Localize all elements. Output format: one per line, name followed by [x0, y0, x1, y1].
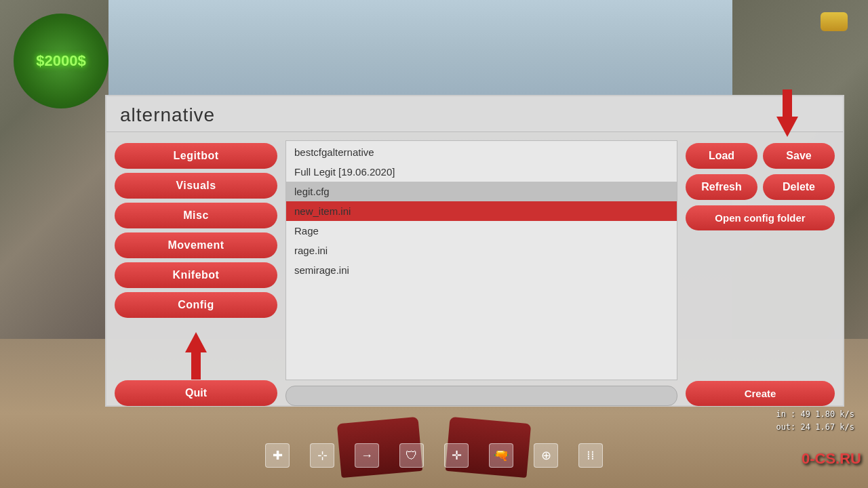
config-item-semirage[interactable]: semirage.ini	[286, 260, 677, 280]
config-item-rage[interactable]: Rage	[286, 221, 677, 241]
hud-health-icon: ✚	[265, 443, 290, 468]
hud-move-icon: ⊹	[310, 443, 334, 468]
config-item-new[interactable]: new_item.ini	[286, 201, 677, 221]
hud-bottom-bar: ✚ ⊹ → 🛡 ✛ 🔫 ⊕ ⁞⁞	[0, 443, 868, 468]
config-name-input[interactable]	[285, 386, 677, 406]
svg-marker-0	[185, 332, 207, 380]
hud-crosshair-icon: ✛	[444, 443, 469, 468]
save-button[interactable]: Save	[763, 143, 835, 169]
nav-legitbot-button[interactable]: Legitbot	[115, 143, 277, 169]
hud-ammo-icon: ⁞⁞	[578, 443, 603, 468]
money-display: $2000$	[14, 14, 108, 108]
nav-visuals-button[interactable]: Visuals	[115, 173, 277, 199]
panel-body: Legitbot Visuals Misc Movement Knifebot …	[106, 132, 843, 414]
nav-arrow-up-indicator	[115, 336, 277, 376]
refresh-button[interactable]: Refresh	[686, 174, 757, 200]
arrow-up-svg	[182, 332, 210, 380]
nav-knifebot-button[interactable]: Knifebot	[115, 262, 277, 288]
money-text: $2000$	[36, 52, 85, 70]
load-save-row: Load Save	[686, 143, 835, 169]
nav-misc-button[interactable]: Misc	[115, 203, 277, 228]
gold-coin-icon	[821, 12, 848, 31]
delete-button[interactable]: Delete	[763, 174, 835, 200]
config-file-list[interactable]: bestcfgalternative Full Legit [19.06.202…	[285, 140, 677, 380]
nav-movement-button[interactable]: Movement	[115, 232, 277, 258]
hud-arrow-icon: →	[355, 443, 379, 468]
create-button[interactable]: Create	[686, 381, 835, 406]
main-panel: alternative Legitbot Visuals Misc Moveme…	[105, 95, 844, 407]
config-item-fulllegit[interactable]: Full Legit [19.06.2020]	[286, 162, 677, 182]
panel-header: alternative	[106, 96, 843, 132]
panel-title: alternative	[120, 104, 215, 125]
load-button[interactable]: Load	[686, 143, 757, 169]
sky-area	[108, 0, 732, 102]
nav-sidebar: Legitbot Visuals Misc Movement Knifebot …	[115, 140, 277, 406]
hud-shield-icon: 🛡	[399, 443, 424, 468]
quit-button[interactable]: Quit	[115, 380, 277, 406]
config-item-legitcfg[interactable]: legit.cfg	[286, 182, 677, 201]
hud-crosshair2-icon: ⊕	[534, 443, 558, 468]
create-btn-wrapper: Create	[686, 367, 835, 406]
action-panel: Load Save Refresh Delete Open config fol…	[686, 140, 835, 406]
svg-marker-1	[776, 89, 798, 137]
config-item-rageini[interactable]: rage.ini	[286, 241, 677, 260]
config-item-bestcfg[interactable]: bestcfgalternative	[286, 142, 677, 162]
refresh-delete-row: Refresh Delete	[686, 174, 835, 200]
config-list-container: bestcfgalternative Full Legit [19.06.202…	[285, 140, 677, 406]
open-folder-button[interactable]: Open config folder	[686, 205, 835, 230]
nav-config-button[interactable]: Config	[115, 292, 277, 318]
arrow-down-indicator	[760, 89, 814, 137]
network-out: out: 24 1.67 k/s	[776, 421, 854, 434]
hud-gun-icon: 🔫	[489, 443, 513, 468]
